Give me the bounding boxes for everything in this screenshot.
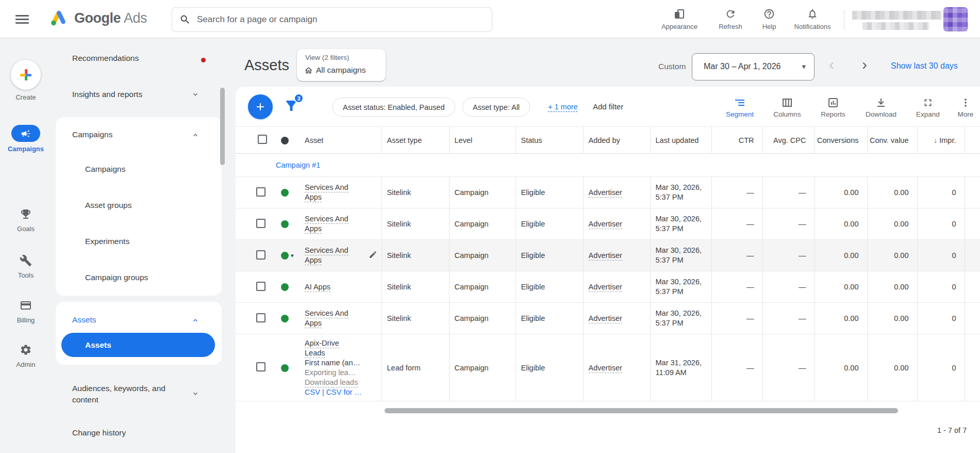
- asset-link[interactable]: Services And: [305, 183, 348, 192]
- row-checkbox[interactable]: [256, 282, 265, 291]
- google-ads-app: GoogleAds Appearance Refresh: [0, 0, 980, 453]
- col-header-last-updated[interactable]: Last updated: [650, 127, 711, 154]
- asset-link[interactable]: Apix-Drive: [305, 339, 339, 348]
- row-checkbox[interactable]: [256, 187, 265, 197]
- topbar-divider: [844, 9, 844, 30]
- reports-button[interactable]: Reports: [810, 95, 856, 118]
- view-filter-card[interactable]: View (2 filters) All campaigns: [297, 49, 386, 81]
- col-header-asset[interactable]: Asset: [300, 127, 381, 154]
- chevron-up-icon[interactable]: [192, 132, 199, 139]
- search-input[interactable]: [197, 14, 485, 25]
- added-by-link[interactable]: Advertiser: [589, 251, 622, 261]
- rail-item-goals[interactable]: Goals: [0, 206, 52, 233]
- sidebar-item-recommendations[interactable]: Recommendations: [72, 54, 139, 63]
- home-icon: [304, 66, 313, 75]
- notifications-button[interactable]: Notifications: [788, 7, 837, 30]
- expand-button[interactable]: Expand: [905, 95, 951, 118]
- filter-count-badge: 3: [294, 93, 304, 103]
- chevron-down-icon[interactable]: [192, 91, 199, 98]
- row-checkbox[interactable]: [256, 250, 265, 260]
- plus-icon: [254, 101, 267, 113]
- edit-pencil-icon[interactable]: [369, 250, 377, 261]
- more-filters-link[interactable]: + 1 more: [548, 103, 578, 111]
- status-enabled-dot[interactable]: [281, 364, 289, 372]
- added-by-link[interactable]: Advertiser: [589, 314, 622, 323]
- segment-button[interactable]: Segment: [717, 95, 763, 118]
- col-header-avg-cpc[interactable]: Avg. CPC: [762, 127, 815, 154]
- table-row: AI Apps Sitelink Campaign Eligible Adver…: [236, 271, 980, 303]
- rail-item-admin[interactable]: Admin: [0, 342, 52, 368]
- download-button[interactable]: Download: [858, 95, 904, 118]
- row-checkbox[interactable]: [256, 219, 265, 228]
- global-search[interactable]: [172, 7, 492, 32]
- row-checkbox[interactable]: [256, 362, 265, 371]
- download-leads-link[interactable]: Download leads: [305, 378, 358, 387]
- sidebar-item-insights[interactable]: Insights and reports: [72, 90, 142, 99]
- asset-link[interactable]: Services And: [305, 309, 348, 318]
- campaigns-section-card: Campaigns Campaigns Asset groups Experim…: [56, 117, 222, 296]
- sidebar-item-change-history[interactable]: Change history: [72, 428, 126, 438]
- sidebar-item-asset-groups[interactable]: Asset groups: [85, 201, 131, 210]
- sidebar-item-campaigns[interactable]: Campaigns: [85, 165, 125, 174]
- date-prev-button[interactable]: ‹: [829, 56, 834, 73]
- show-last-30-days-link[interactable]: Show last 30 days: [891, 61, 958, 71]
- sidenav-scrollbar[interactable]: [220, 88, 225, 165]
- sidebar-item-audiences[interactable]: Audiences, keywords, and content: [72, 383, 165, 406]
- status-enabled-dot[interactable]: [281, 220, 289, 228]
- select-all-checkbox[interactable]: [258, 135, 267, 144]
- filter-chip-asset-type[interactable]: Asset type: All: [462, 98, 530, 117]
- date-next-button[interactable]: ›: [862, 56, 867, 73]
- avatar[interactable]: [943, 7, 968, 31]
- chevron-down-icon[interactable]: [192, 390, 199, 397]
- col-header-impr[interactable]: ↓Impr.: [917, 127, 965, 154]
- more-button[interactable]: More: [945, 95, 980, 118]
- sidebar-item-experiments[interactable]: Experiments: [85, 237, 129, 246]
- side-nav: Recommendations Insights and reports Cam…: [52, 38, 224, 453]
- status-dropdown-caret-icon[interactable]: ▾: [291, 252, 294, 258]
- sidebar-item-assets-selected[interactable]: Assets: [61, 333, 215, 357]
- added-by-link[interactable]: Advertiser: [589, 188, 622, 198]
- status-enabled-dot[interactable]: [281, 315, 289, 322]
- sidebar-section-campaigns[interactable]: Campaigns: [72, 130, 112, 139]
- row-checkbox[interactable]: [256, 313, 265, 322]
- chevron-up-icon[interactable]: [192, 317, 199, 324]
- added-by-link[interactable]: Advertiser: [589, 220, 622, 229]
- asset-link[interactable]: Services And: [305, 215, 348, 224]
- appearance-button[interactable]: Appearance: [655, 7, 704, 30]
- asset-link[interactable]: Leads: [305, 349, 325, 358]
- columns-button[interactable]: Columns: [764, 95, 810, 118]
- col-header-level[interactable]: Level: [449, 127, 516, 154]
- col-header-conv-value[interactable]: Conv. value: [867, 127, 917, 154]
- main-menu-icon[interactable]: [15, 13, 29, 25]
- rail-item-billing[interactable]: Billing: [0, 297, 52, 324]
- asset-link[interactable]: Services And: [305, 246, 348, 255]
- status-enabled-dot[interactable]: [281, 189, 289, 197]
- added-by-link[interactable]: Advertiser: [589, 283, 622, 292]
- help-button[interactable]: Help: [744, 7, 794, 30]
- col-header-ctr[interactable]: CTR: [711, 127, 762, 154]
- filter-chip-asset-status[interactable]: Asset status: Enabled, Paused: [333, 98, 455, 117]
- date-range-picker[interactable]: Mar 30 – Apr 1, 2026 ▾: [692, 53, 815, 80]
- table-header-row: Asset Asset type Level Status Added by L…: [236, 127, 980, 154]
- added-by-link[interactable]: Advertiser: [589, 364, 622, 373]
- rail-item-create[interactable]: Create: [0, 60, 52, 101]
- rail-item-campaigns[interactable]: Campaigns: [0, 125, 52, 153]
- status-enabled-dot[interactable]: [281, 252, 289, 260]
- col-header-asset-type[interactable]: Asset type: [381, 127, 449, 154]
- status-enabled-dot[interactable]: [281, 283, 289, 291]
- add-asset-button[interactable]: [248, 94, 273, 119]
- asset-link[interactable]: AI Apps: [305, 283, 330, 292]
- rail-item-tools[interactable]: Tools: [0, 252, 52, 279]
- add-filter-button[interactable]: Add filter: [593, 102, 623, 111]
- campaign-link[interactable]: Campaign #1: [276, 161, 320, 169]
- col-header-status[interactable]: Status: [516, 127, 583, 154]
- csv-links[interactable]: CSV | CSV for …: [305, 387, 379, 397]
- col-header-conversions[interactable]: Conversions: [815, 127, 867, 154]
- google-ads-logo[interactable]: GoogleAds: [48, 8, 147, 28]
- horizontal-scrollbar[interactable]: [385, 408, 898, 413]
- recommendations-alert-dot: [201, 58, 206, 62]
- col-header-added-by[interactable]: Added by: [583, 127, 650, 154]
- sidebar-item-campaign-groups[interactable]: Campaign groups: [85, 273, 148, 282]
- admin-gear-icon: [0, 342, 52, 358]
- sidebar-section-assets[interactable]: Assets: [72, 315, 96, 325]
